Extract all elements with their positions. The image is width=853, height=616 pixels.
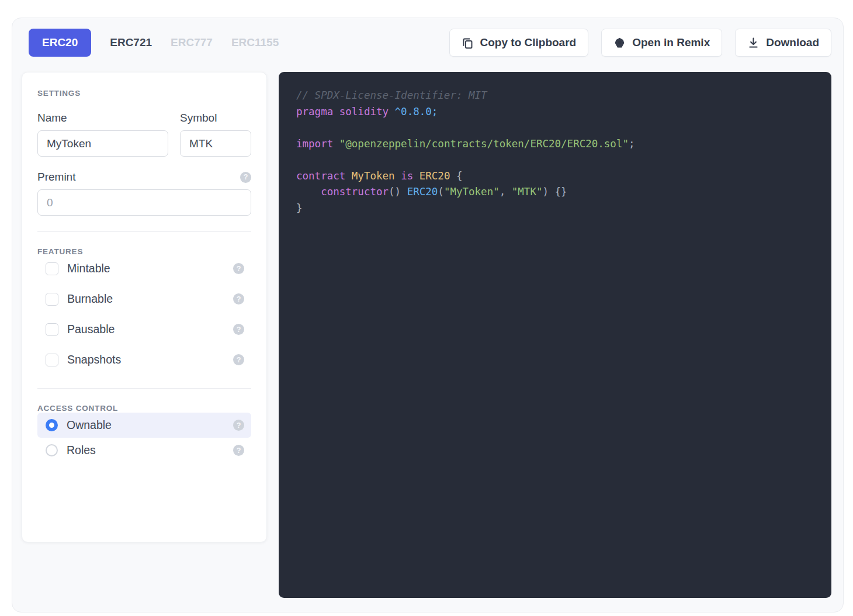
roles-help-icon[interactable] — [233, 445, 244, 456]
symbol-input[interactable] — [180, 130, 251, 157]
burnable-checkbox[interactable] — [46, 293, 58, 306]
tab-erc20[interactable]: ERC20 — [29, 29, 91, 57]
mintable-label: Mintable — [67, 262, 233, 275]
code-panel: // SPDX-License-Identifier: MITpragma so… — [279, 72, 831, 598]
download-button[interactable]: Download — [735, 29, 831, 57]
options-panel: SETTINGS Name Symbol Premint FEATURES — [22, 72, 267, 542]
features-section-title: FEATURES — [37, 247, 251, 256]
premint-input[interactable] — [37, 189, 251, 216]
header-actions: Copy to Clipboard Open in Remix Downl — [449, 29, 831, 57]
main-area: SETTINGS Name Symbol Premint FEATURES — [22, 72, 831, 598]
tab-erc777[interactable]: ERC777 — [171, 36, 213, 49]
contracts-wizard: ERC20 ERC721 ERC777 ERC1155 Copy to Clip… — [12, 18, 844, 612]
access-control-section-title: ACCESS CONTROL — [37, 404, 251, 413]
ownable-help-icon[interactable] — [233, 420, 244, 431]
divider — [37, 388, 251, 389]
name-symbol-row: Name Symbol — [37, 112, 251, 157]
tab-erc1155[interactable]: ERC1155 — [231, 36, 279, 49]
pausable-checkbox[interactable] — [46, 323, 58, 336]
symbol-label: Symbol — [180, 112, 251, 124]
name-label: Name — [37, 112, 168, 124]
feature-row-burnable[interactable]: Burnable — [37, 286, 251, 312]
settings-section-title: SETTINGS — [37, 89, 251, 98]
premint-label: Premint — [37, 171, 75, 184]
download-button-label: Download — [766, 36, 819, 49]
snapshots-help-icon[interactable] — [233, 354, 244, 365]
snapshots-checkbox[interactable] — [46, 354, 58, 366]
open-in-remix-button[interactable]: Open in Remix — [601, 29, 722, 57]
divider — [37, 231, 251, 232]
snapshots-label: Snapshots — [67, 353, 233, 366]
pausable-label: Pausable — [67, 323, 233, 336]
feature-row-snapshots[interactable]: Snapshots — [37, 347, 251, 372]
copy-button-label: Copy to Clipboard — [480, 36, 577, 49]
access-control-section: ACCESS CONTROL Ownable Roles — [37, 404, 251, 463]
access-row-ownable[interactable]: Ownable — [37, 413, 251, 438]
premint-label-row: Premint — [37, 171, 251, 184]
remix-icon — [613, 37, 626, 49]
feature-row-mintable[interactable]: Mintable — [37, 256, 251, 281]
tab-erc721[interactable]: ERC721 — [110, 36, 152, 49]
name-input[interactable] — [37, 130, 168, 157]
roles-label: Roles — [67, 444, 233, 457]
mintable-checkbox[interactable] — [46, 262, 58, 275]
download-icon — [747, 37, 760, 49]
mintable-help-icon[interactable] — [233, 263, 244, 274]
access-row-roles[interactable]: Roles — [37, 438, 251, 463]
contract-kind-tabs: ERC20 ERC721 ERC777 ERC1155 — [29, 29, 279, 57]
copy-icon — [462, 37, 474, 49]
pausable-help-icon[interactable] — [233, 324, 244, 335]
header: ERC20 ERC721 ERC777 ERC1155 Copy to Clip… — [12, 18, 843, 57]
premint-help-icon[interactable] — [240, 172, 251, 183]
burnable-label: Burnable — [67, 292, 233, 306]
burnable-help-icon[interactable] — [233, 293, 244, 304]
copy-to-clipboard-button[interactable]: Copy to Clipboard — [449, 29, 589, 57]
features-section: FEATURES Mintable Burnable Pausable — [37, 247, 251, 372]
remix-button-label: Open in Remix — [632, 36, 710, 49]
feature-row-pausable[interactable]: Pausable — [37, 317, 251, 342]
ownable-radio[interactable] — [46, 419, 58, 431]
ownable-label: Ownable — [67, 418, 233, 432]
roles-radio[interactable] — [46, 444, 58, 456]
code-block: // SPDX-License-Identifier: MITpragma so… — [296, 88, 814, 216]
